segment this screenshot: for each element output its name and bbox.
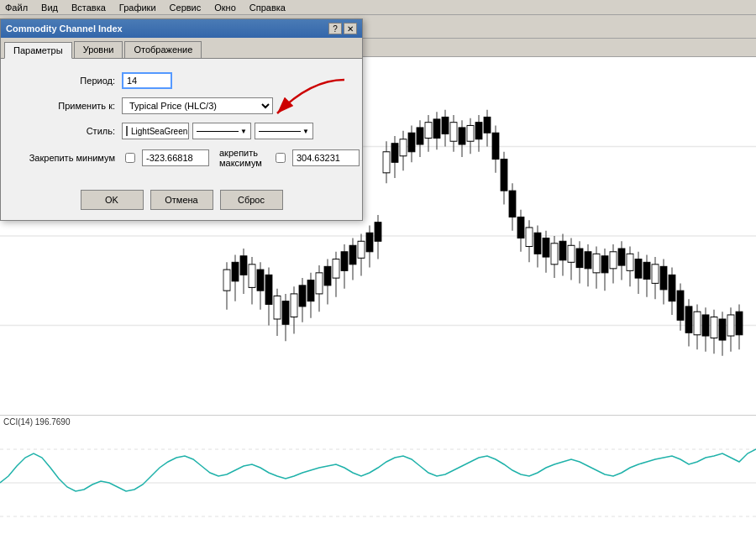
style-label: Стиль: [14, 126, 115, 136]
svg-rect-86 [610, 252, 617, 269]
svg-rect-88 [618, 249, 625, 265]
svg-rect-138 [307, 280, 314, 301]
dialog-controls: ? ✕ [328, 23, 357, 34]
dialog-content: Период: Применить к: Typical Price (HLC/… [1, 59, 362, 183]
svg-rect-94 [643, 262, 650, 279]
max-value-input[interactable] [292, 149, 360, 166]
svg-rect-80 [585, 252, 591, 269]
svg-rect-154 [375, 223, 381, 242]
width-dropdown-arrow: ▼ [302, 128, 309, 135]
svg-rect-38 [408, 133, 415, 152]
svg-rect-96 [652, 265, 659, 284]
svg-rect-68 [534, 233, 541, 254]
svg-rect-108 [702, 315, 709, 336]
svg-rect-92 [635, 259, 642, 279]
svg-rect-74 [559, 241, 566, 260]
menu-service[interactable]: Сервис [168, 3, 203, 13]
line-width-button[interactable]: ▼ [255, 123, 313, 139]
apply-label: Применить к: [14, 101, 115, 111]
svg-rect-82 [593, 254, 600, 273]
svg-rect-146 [341, 252, 348, 271]
svg-rect-110 [711, 317, 717, 338]
svg-rect-58 [492, 133, 499, 159]
svg-rect-124 [249, 265, 255, 288]
svg-rect-126 [257, 270, 264, 291]
svg-rect-132 [282, 301, 289, 325]
dialog-help-button[interactable]: ? [328, 23, 342, 34]
line-preview [197, 131, 239, 132]
dialog-close-button[interactable]: ✕ [344, 23, 357, 34]
svg-rect-48 [450, 123, 457, 142]
main-area: Авто-торговля [0, 15, 756, 550]
svg-rect-104 [685, 306, 692, 333]
cancel-button[interactable]: Отмена [150, 190, 213, 210]
svg-rect-106 [694, 312, 701, 335]
svg-rect-62 [509, 191, 516, 217]
menu-bar: Файл Вид Вставка Графики Сервис Окно Спр… [0, 0, 756, 15]
svg-rect-72 [551, 244, 558, 265]
tab-parameters[interactable]: Параметры [4, 42, 72, 59]
svg-rect-134 [291, 294, 297, 317]
svg-rect-148 [349, 245, 356, 265]
apply-select[interactable]: Typical Price (HLC/3) Close Open High Lo… [122, 97, 273, 114]
dialog-window: Commodity Channel Index ? ✕ Параметры Ур… [0, 18, 363, 221]
svg-rect-102 [677, 291, 684, 320]
svg-rect-112 [719, 319, 726, 340]
svg-rect-78 [576, 249, 583, 268]
svg-rect-40 [417, 128, 423, 144]
svg-rect-152 [366, 233, 373, 252]
dialog-tabs: Параметры Уровни Отображение [1, 38, 362, 59]
tab-levels[interactable]: Уровни [74, 41, 123, 58]
min-label: Закрепить минимум [14, 153, 115, 163]
period-input[interactable] [122, 72, 172, 89]
svg-rect-140 [316, 273, 323, 294]
color-picker-button[interactable]: LightSeaGreen ▼ [122, 123, 189, 139]
color-name: LightSeaGreen [131, 127, 187, 136]
svg-rect-128 [265, 275, 272, 304]
line-dropdown-arrow: ▼ [240, 128, 247, 135]
apply-row: Применить к: Typical Price (HLC/3) Close… [14, 97, 349, 114]
svg-rect-130 [274, 296, 281, 319]
minmax-row: Закрепить минимум акрепить максимум [14, 148, 349, 168]
menu-help[interactable]: Справка [248, 3, 287, 13]
max-label: акрепить максимум [219, 148, 262, 168]
ok-button[interactable]: OK [81, 190, 144, 210]
svg-rect-100 [669, 275, 675, 301]
dialog-titlebar: Commodity Channel Index ? ✕ [1, 19, 362, 38]
period-row: Период: [14, 72, 349, 89]
line-style-button[interactable]: ▼ [192, 123, 251, 139]
menu-insert[interactable]: Вставка [70, 3, 108, 13]
svg-rect-76 [568, 245, 575, 262]
svg-rect-84 [601, 256, 608, 273]
svg-rect-36 [400, 139, 407, 156]
svg-rect-46 [442, 117, 449, 134]
svg-rect-34 [391, 144, 398, 163]
min-checkbox[interactable] [125, 153, 135, 163]
min-value-input[interactable] [142, 149, 209, 166]
cci-chart: CCI(14) 196.7690 [0, 416, 756, 550]
svg-rect-42 [425, 123, 432, 139]
svg-rect-66 [526, 228, 533, 247]
svg-rect-116 [736, 312, 743, 335]
svg-rect-52 [467, 125, 474, 141]
svg-rect-56 [484, 117, 491, 133]
svg-rect-54 [475, 123, 482, 139]
period-label: Период: [14, 76, 115, 86]
style-row: Стиль: LightSeaGreen ▼ ▼ ▼ [14, 123, 349, 139]
svg-rect-32 [383, 152, 390, 173]
svg-rect-120 [232, 262, 239, 281]
svg-rect-118 [223, 270, 230, 291]
line-width-preview [259, 131, 301, 132]
reset-button[interactable]: Сброс [220, 190, 283, 210]
svg-rect-114 [727, 315, 734, 336]
svg-rect-64 [517, 217, 524, 238]
tab-display[interactable]: Отображение [124, 41, 202, 58]
menu-view[interactable]: Вид [39, 3, 60, 13]
svg-rect-60 [501, 160, 507, 191]
menu-file[interactable]: Файл [3, 3, 29, 13]
svg-rect-144 [333, 259, 339, 279]
svg-rect-150 [358, 241, 365, 258]
menu-charts[interactable]: Графики [118, 3, 158, 13]
max-checkbox[interactable] [276, 153, 286, 163]
menu-window[interactable]: Окно [213, 3, 238, 13]
